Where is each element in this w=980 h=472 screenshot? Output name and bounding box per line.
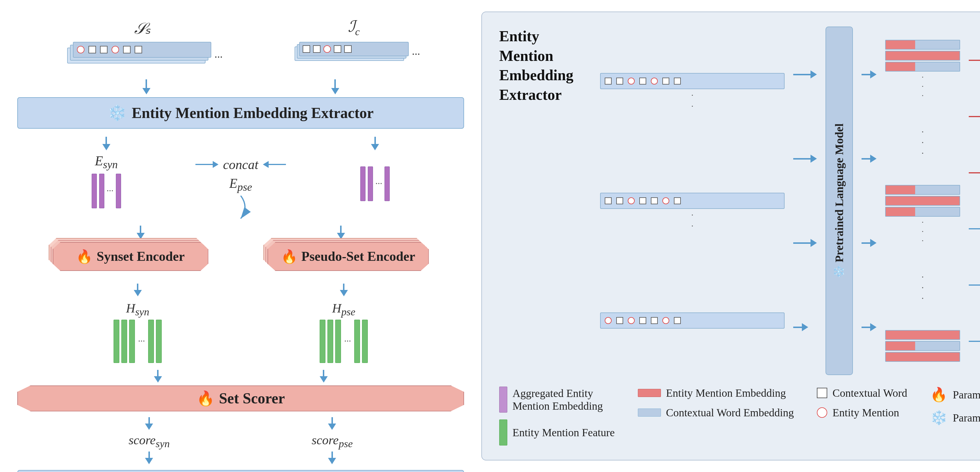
red-arr3 [969,169,980,176]
seq2-dots2: · [600,221,784,231]
sq2 [616,78,623,85]
hpse-bar5 [362,320,368,363]
seq-strip2 [600,193,784,209]
hpse-label: Hpse [332,301,355,318]
sq8 [639,197,646,204]
embed-matrices-col: ··· ··· ··· [885,27,960,375]
concat-to-pse-arrow [226,196,255,220]
legend-feat-text: Entity Mention Feature [512,426,615,439]
hpse-col: Hpse ··· [320,281,368,363]
hpse-bar2 [328,320,333,363]
esyn-bar3 [116,174,121,208]
scorer-wrap: 🔥 Set Scorer [17,386,464,411]
esyn-dots: ··· [107,185,114,196]
legend-param-train: 🔥 Parameter Trainable [930,387,980,403]
ci6 [628,317,635,324]
seq1-dots2: · [600,101,784,111]
legend-col4: 🔥 Parameter Trainable ❄️ Parameter Froze… [930,387,980,445]
is-sq1 [89,46,96,53]
legend-agg-text: Aggregated EntityMention Embedding [512,387,603,412]
scorer-box: 🔥 Set Scorer [17,386,464,411]
ic-sq4 [344,45,352,53]
esyn-bars: ··· [92,174,121,208]
seq-row3 [600,313,784,328]
scorer-label: Set Scorer [219,390,285,407]
synset-encoder-box: 🔥 Synset Encoder [53,242,208,271]
ci5 [605,317,612,324]
arrow-down-left [142,79,150,94]
arr-to-hsyn [134,284,142,296]
plm-label: ❄️ Pretrained Language Model [832,123,846,278]
sq3 [639,78,646,85]
sq5 [674,78,681,85]
emrow3-1 [885,330,960,340]
is-sq2 [100,46,108,53]
legend-blue-swatch [638,408,661,416]
emb-group1: ··· [885,40,960,100]
is-stack: 𝒮ₛ ··· [73,19,211,68]
arrows-to-scorer [17,367,464,386]
ci4 [662,197,669,204]
emb-group2: ··· [885,185,960,246]
score-syn-label: scoresyn [129,433,170,450]
emb-group3 [885,330,960,362]
plm-col: ❄️ Pretrained Language Model [826,27,853,375]
hsyn-bar3 [129,320,135,363]
left-arrow-to-concat [196,161,218,168]
sq1 [605,78,612,85]
flame-pse: 🔥 [281,249,298,264]
legend-snowflake-icon: ❄️ [930,410,947,426]
hpse-bars: ··· [320,320,368,363]
seq-row1: · · [600,73,784,111]
seq1-dots: · [600,90,784,100]
score-row: scoresyn scorepse [17,414,464,467]
hpse-bar4 [354,320,360,363]
epse-bar2 [368,166,373,201]
epse-dots: ··· [375,178,382,189]
arrow-down-right [331,79,339,94]
input-seq-col: · · · · [600,27,784,375]
arr-plm-emb1 [862,70,877,78]
sq9 [651,197,658,204]
red-arrows-col [969,27,980,375]
legend-param-frozen: ❄️ Parameter Frozen [930,410,980,426]
epse-bars: ··· [360,166,390,201]
right-title: Entity Mention Embedding Extractor [499,27,592,104]
blue-arr2 [969,282,980,289]
legend-ctx-word: Contextual Word [817,387,907,399]
arr-seq2-plm [793,155,817,163]
arrows-from-plm [862,27,877,375]
epse-label: Epse [229,176,252,193]
epse-col: ··· [286,134,464,201]
arr-to-scoresyn [145,417,153,430]
legend-entity-mention: Entity Mention [817,406,907,419]
synset-encoder-label: Synset Encoder [97,249,185,264]
pseudo-encoder-label: Pseudo-Set Encoder [301,249,415,264]
concat-arrows: concat [196,157,286,172]
legend-square-swatch [817,388,827,398]
arrow-esyn [102,137,110,150]
red-arr1 [969,57,980,64]
pseudo-stack: 🔥 Pseudo-Set Encoder [267,242,429,277]
arr-to-scorepse [328,417,336,430]
right-top-area: Entity Mention Embedding Extractor [499,27,980,375]
pseudo-encoder-box: 🔥 Pseudo-Set Encoder [267,242,429,271]
arr-plm-emb4 [862,323,877,331]
epse-bar3 [385,166,390,201]
arrows-to-plm [793,27,817,375]
is-dots: ··· [215,51,223,63]
emrow2-3 [885,207,960,217]
hsyn-bar5 [156,320,162,363]
legend-col1: Aggregated EntityMention Embedding Entit… [499,387,615,445]
plm-snowflake: ❄️ [833,265,845,278]
emb1-dots: ··· [885,73,960,100]
snowflake-extractor-icon: ❄️ [108,104,127,122]
ic-sq3 [334,45,341,53]
embeddings-concat-row: Esyn ··· concat [17,134,464,220]
is-sq4 [135,46,142,53]
is-image-strip-stack: ··· [73,42,211,68]
sq13 [651,317,658,324]
flame-syn: 🔥 [76,249,92,264]
legend-col2: Entity Mention Embedding Contextual Word… [638,387,794,445]
legend-col3: Contextual Word Entity Mention [817,387,907,445]
